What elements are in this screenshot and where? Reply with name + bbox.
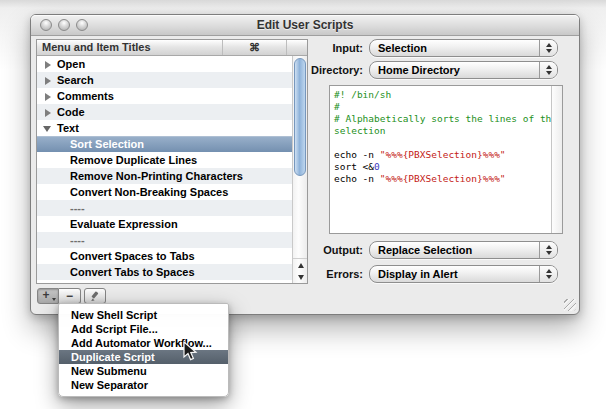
script-line xyxy=(334,137,551,149)
list-row-label: ---- xyxy=(70,200,85,216)
script-scrollbar-track[interactable] xyxy=(551,86,562,233)
input-popup[interactable]: Selection xyxy=(369,39,558,57)
script-line: #! /bin/sh xyxy=(334,89,551,101)
column-header-titles[interactable]: Menu and Item Titles xyxy=(37,40,223,55)
directory-label: Directory: xyxy=(277,64,363,76)
script-line: echo -n "%%%{PBXSelection}%%%" xyxy=(334,149,551,161)
disclosure-closed-icon[interactable] xyxy=(45,93,51,101)
script-editor[interactable]: #! /bin/sh## Alphabetically sorts the li… xyxy=(329,85,563,234)
list-row[interactable]: Convert Non-Breaking Spaces xyxy=(37,184,292,200)
input-label: Input: xyxy=(277,42,363,54)
list-row-label: Remove Non-Printing Characters xyxy=(70,168,243,184)
minus-icon: − xyxy=(66,289,73,303)
menu-item[interactable]: Add Automator Workflow... xyxy=(59,336,228,350)
list-row[interactable]: Remove Non-Printing Characters xyxy=(37,168,292,184)
list-row[interactable]: Remove Duplicate Lines xyxy=(37,152,292,168)
errors-label: Errors: xyxy=(277,268,363,280)
plus-icon: + xyxy=(42,288,49,302)
list-row-label: Code xyxy=(57,104,85,120)
script-line: # Alphabetically sorts the lines of the xyxy=(334,113,551,125)
errors-popup-value: Display in Alert xyxy=(370,268,539,280)
script-line: selection xyxy=(334,125,551,137)
list-row[interactable]: Code xyxy=(37,104,292,120)
popup-arrows-icon xyxy=(539,242,557,258)
menu-item[interactable]: Duplicate Script xyxy=(59,350,228,364)
list-row-label: Evaluate Expression xyxy=(70,216,178,232)
list-row-separator[interactable]: ---- xyxy=(37,200,292,216)
disclosure-open-icon[interactable] xyxy=(43,126,51,132)
list-row[interactable]: Evaluate Expression xyxy=(37,216,292,232)
popup-arrows-icon xyxy=(539,40,557,56)
list-row-label: Convert Tabs to Spaces xyxy=(70,264,195,280)
directory-popup-value: Home Directory xyxy=(370,64,539,76)
list-row[interactable]: Text xyxy=(37,120,292,136)
remove-script-button[interactable]: − xyxy=(59,288,81,304)
menu-item[interactable]: New Submenu xyxy=(59,364,228,378)
list-row-label: Sort Selection xyxy=(70,136,144,152)
disclosure-closed-icon[interactable] xyxy=(45,77,51,85)
list-row[interactable]: Comments xyxy=(37,88,292,104)
list-row-label: Remove Duplicate Lines xyxy=(70,152,197,168)
scripts-outline-list: Menu and Item Titles ⌘ OpenSearchComment… xyxy=(36,39,308,284)
list-row-label: Convert Spaces to Tabs xyxy=(70,248,195,264)
list-row-label: Convert Non-Breaking Spaces xyxy=(70,184,228,200)
dropdown-caret-icon xyxy=(52,298,56,301)
popup-arrows-icon xyxy=(539,62,557,78)
list-row-label: Comments xyxy=(57,88,114,104)
disclosure-closed-icon[interactable] xyxy=(45,61,51,69)
mouse-cursor-icon xyxy=(183,341,198,366)
list-row-label: Open xyxy=(57,56,85,72)
list-toolbar: + − xyxy=(37,288,106,304)
disclosure-closed-icon[interactable] xyxy=(45,109,51,117)
script-line: echo -n "%%%{PBXSelection}%%%" xyxy=(334,173,551,185)
pencil-icon xyxy=(90,291,101,302)
list-rows: OpenSearchCommentsCodeTextSort Selection… xyxy=(37,56,292,283)
output-popup[interactable]: Replace Selection xyxy=(369,241,558,259)
list-body: OpenSearchCommentsCodeTextSort Selection… xyxy=(37,56,307,283)
list-header: Menu and Item Titles ⌘ xyxy=(37,40,307,56)
edit-user-scripts-window: Edit User Scripts Menu and Item Titles ⌘… xyxy=(30,14,580,315)
list-row-label: Text xyxy=(57,120,79,136)
script-line: sort <&0 xyxy=(334,161,551,173)
list-row[interactable]: Open xyxy=(37,56,292,72)
script-text[interactable]: #! /bin/sh## Alphabetically sorts the li… xyxy=(330,86,551,233)
window-title: Edit User Scripts xyxy=(31,18,579,32)
list-row-label: ---- xyxy=(70,280,85,283)
input-popup-value: Selection xyxy=(370,42,539,54)
list-row-separator[interactable]: ---- xyxy=(37,232,292,248)
menu-item[interactable]: Add Script File... xyxy=(59,322,228,336)
titlebar[interactable]: Edit User Scripts xyxy=(31,15,579,36)
list-row-label: ---- xyxy=(70,232,85,248)
window-resize-grip[interactable] xyxy=(564,299,576,311)
menu-item[interactable]: New Shell Script xyxy=(59,308,228,322)
list-row[interactable]: Convert Spaces to Tabs xyxy=(37,248,292,264)
edit-script-button[interactable] xyxy=(84,288,106,304)
output-label: Output: xyxy=(277,244,363,256)
directory-popup[interactable]: Home Directory xyxy=(369,61,558,79)
output-popup-value: Replace Selection xyxy=(370,244,539,256)
menu-item[interactable]: New Separator xyxy=(59,378,228,392)
list-row-label: Search xyxy=(57,72,94,88)
desktop-background: Edit User Scripts Menu and Item Titles ⌘… xyxy=(0,0,606,409)
script-line: # xyxy=(334,101,551,113)
list-row[interactable]: Convert Tabs to Spaces xyxy=(37,264,292,280)
popup-arrows-icon xyxy=(539,266,557,282)
list-row-separator[interactable]: ---- xyxy=(37,280,292,283)
list-row[interactable]: Search xyxy=(37,72,292,88)
add-script-button[interactable]: + xyxy=(37,288,59,304)
add-script-dropdown-menu: New Shell ScriptAdd Script File...Add Au… xyxy=(58,303,229,397)
list-row[interactable]: Sort Selection xyxy=(37,136,292,152)
errors-popup[interactable]: Display in Alert xyxy=(369,265,558,283)
